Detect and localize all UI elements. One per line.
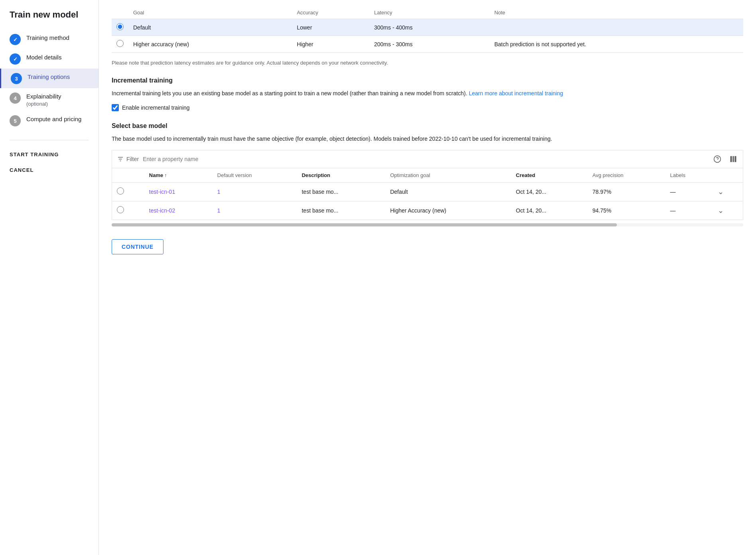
sidebar-item-training-method[interactable]: ✓ Training method xyxy=(0,30,98,49)
filter-actions xyxy=(713,154,738,164)
sort-icon: ↑ xyxy=(164,173,167,178)
model-version-link[interactable]: 1 xyxy=(217,207,220,214)
model-header-0 xyxy=(112,168,144,182)
incremental-desc: Incremental training lets you use an exi… xyxy=(112,89,743,98)
goal-header: Note xyxy=(490,6,743,19)
model-name-link[interactable]: test-icn-01 xyxy=(149,189,175,195)
step-labels-compute-pricing: Compute and pricing xyxy=(26,115,81,123)
enable-incremental-label: Enable incremental training xyxy=(122,104,190,111)
goal-name: Higher accuracy (new) xyxy=(128,36,292,53)
sidebar-label: Compute and pricing xyxy=(26,116,81,122)
incremental-link[interactable]: Learn more about incremental training xyxy=(469,90,563,96)
cancel-button[interactable]: CANCEL xyxy=(0,162,98,178)
model-name: test-icn-01 xyxy=(144,182,213,201)
base-model-title: Select base model xyxy=(112,122,743,130)
model-expand-button[interactable]: ⌄ xyxy=(718,206,724,215)
model-header-6: Avg precision xyxy=(588,168,665,182)
model-expand-button[interactable]: ⌄ xyxy=(718,187,724,196)
latency-note: Please note that prediction latency esti… xyxy=(112,59,743,67)
step-labels-explainability: Explainability(optional) xyxy=(26,92,61,107)
horizontal-scrollbar[interactable] xyxy=(112,223,743,226)
app-title: Train new model xyxy=(0,10,98,30)
goal-header: Accuracy xyxy=(292,6,369,19)
goal-radio[interactable] xyxy=(116,40,124,47)
model-expand-cell: ⌄ xyxy=(713,182,743,201)
sidebar-item-training-options[interactable]: 3 Training options xyxy=(0,69,98,88)
goal-row-1[interactable]: Higher accuracy (new) Higher 200ms - 300… xyxy=(112,36,743,53)
continue-button[interactable]: CONTINUE xyxy=(112,239,163,254)
model-created: Oct 14, 20... xyxy=(511,182,588,201)
model-row-1[interactable]: test-icn-02 1 test base mo... Higher Acc… xyxy=(112,201,743,220)
goal-latency: 200ms - 300ms xyxy=(369,36,489,53)
model-avg-precision: 78.97% xyxy=(588,182,665,201)
goal-header xyxy=(112,6,128,19)
step-circle-explainability: 4 xyxy=(10,92,21,104)
filter-bar: Filter xyxy=(112,150,743,168)
model-header-8 xyxy=(713,168,743,182)
sidebar-item-model-details[interactable]: ✓ Model details xyxy=(0,49,98,69)
models-table: Name↑Default versionDescriptionOptimizat… xyxy=(112,168,743,220)
goal-header: Goal xyxy=(128,6,292,19)
start-training-button[interactable]: START TRAINING xyxy=(0,147,98,162)
goal-header: Latency xyxy=(369,6,489,19)
model-select-radio[interactable] xyxy=(117,187,124,195)
sidebar: Train new model ✓ Training method ✓ Mode… xyxy=(0,0,99,555)
svg-rect-6 xyxy=(732,156,734,162)
goal-table: GoalAccuracyLatencyNote Default Lower 30… xyxy=(112,6,743,53)
model-select-radio[interactable] xyxy=(117,206,124,213)
model-header-label: Name xyxy=(149,172,163,178)
sidebar-item-explainability[interactable]: 4 Explainability(optional) xyxy=(0,88,98,111)
main-content: GoalAccuracyLatencyNote Default Lower 30… xyxy=(99,0,756,555)
sidebar-item-compute-pricing[interactable]: 5 Compute and pricing xyxy=(0,111,98,130)
columns-button[interactable] xyxy=(728,154,738,164)
model-labels: — xyxy=(665,201,713,220)
model-name-link[interactable]: test-icn-02 xyxy=(149,207,175,214)
goal-radio-cell xyxy=(112,36,128,53)
model-header-3: Description xyxy=(297,168,386,182)
sidebar-label: Model details xyxy=(26,54,61,61)
enable-incremental-checkbox[interactable] xyxy=(112,104,119,111)
sidebar-label: Training method xyxy=(26,34,69,41)
sidebar-label: Training options xyxy=(28,73,70,80)
model-version: 1 xyxy=(213,201,297,220)
goal-accuracy: Higher xyxy=(292,36,369,53)
model-labels: — xyxy=(665,182,713,201)
base-model-section: Select base model The base model used to… xyxy=(112,122,743,226)
goal-note xyxy=(490,19,743,36)
filter-input[interactable] xyxy=(143,156,709,162)
step-labels-training-options: Training options xyxy=(28,73,70,81)
model-header-1[interactable]: Name↑ xyxy=(144,168,213,182)
filter-label: Filter xyxy=(126,156,139,162)
model-row-0[interactable]: test-icn-01 1 test base mo... Default Oc… xyxy=(112,182,743,201)
goal-row-0[interactable]: Default Lower 300ms - 400ms xyxy=(112,19,743,36)
models-table-container: Name↑Default versionDescriptionOptimizat… xyxy=(112,168,743,220)
help-button[interactable] xyxy=(713,154,722,164)
model-version-link[interactable]: 1 xyxy=(217,189,220,195)
model-header-2: Default version xyxy=(213,168,297,182)
incremental-section: Incremental training Incremental trainin… xyxy=(112,77,743,111)
model-header-4: Optimization goal xyxy=(385,168,511,182)
model-name: test-icn-02 xyxy=(144,201,213,220)
model-radio-cell xyxy=(112,201,144,220)
sidebar-sublabel: (optional) xyxy=(26,101,48,107)
model-radio-cell xyxy=(112,182,144,201)
model-created: Oct 14, 20... xyxy=(511,201,588,220)
enable-incremental-row: Enable incremental training xyxy=(112,104,743,111)
scroll-thumb[interactable] xyxy=(112,223,617,226)
model-description: test base mo... xyxy=(297,201,386,220)
filter-icon-area: Filter xyxy=(117,155,139,163)
model-expand-cell: ⌄ xyxy=(713,201,743,220)
step-circle-training-method: ✓ xyxy=(10,34,21,45)
step-labels-training-method: Training method xyxy=(26,33,69,42)
model-version: 1 xyxy=(213,182,297,201)
columns-icon xyxy=(729,155,737,163)
svg-rect-7 xyxy=(734,156,736,162)
goal-radio-cell xyxy=(112,19,128,36)
model-header-5: Created xyxy=(511,168,588,182)
base-model-desc: The base model used to incrementally tra… xyxy=(112,134,743,143)
goal-radio[interactable] xyxy=(116,23,124,30)
goal-note: Batch prediction is not supported yet. xyxy=(490,36,743,53)
model-avg-precision: 94.75% xyxy=(588,201,665,220)
model-header-7: Labels xyxy=(665,168,713,182)
filter-icon xyxy=(117,155,124,163)
